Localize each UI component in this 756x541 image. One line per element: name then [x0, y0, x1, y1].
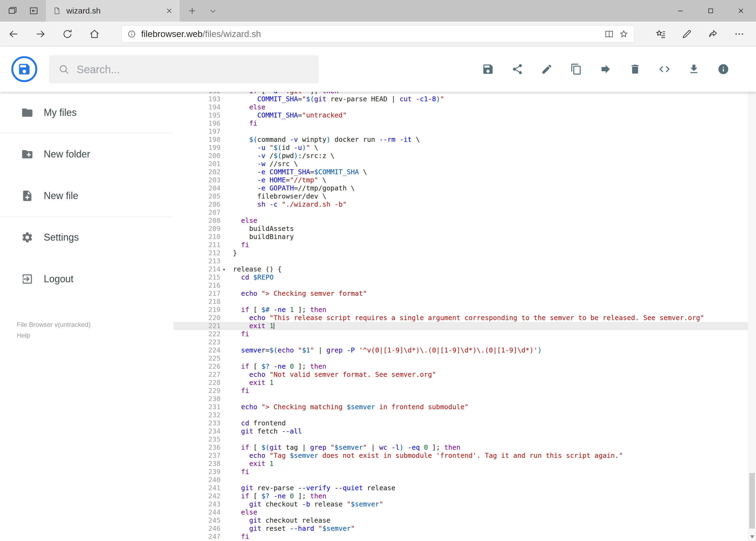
code-line-210[interactable]: 210 buildBinary [173, 233, 748, 241]
code-line-245[interactable]: 245 git checkout release [173, 516, 748, 525]
code-line-241[interactable]: 241 git rev-parse --verify --quiet relea… [173, 484, 748, 492]
scroll-down-arrow-icon[interactable] [750, 535, 754, 538]
code-line-212[interactable]: 212} [173, 249, 748, 257]
tab-preview-chevron-icon[interactable] [204, 0, 222, 22]
browser-tab[interactable]: wizard.sh [46, 0, 180, 22]
sidebar-item-my-files[interactable]: My files [0, 92, 173, 134]
sidebar-item-new-file[interactable]: New file [0, 175, 173, 217]
share-file-button[interactable] [511, 63, 524, 75]
vertical-scrollbar[interactable] [748, 46, 756, 541]
back-button[interactable] [0, 22, 27, 46]
rename-button[interactable] [541, 63, 553, 75]
help-link[interactable]: Help [17, 330, 173, 341]
code-line-234[interactable]: 234 git fetch --all [173, 427, 748, 435]
code-line-201[interactable]: 201 -w //src \ [173, 160, 748, 168]
code-line-209[interactable]: 209 buildAssets [173, 225, 748, 233]
code-line-206[interactable]: 206 sh -c "./wizard.sh -b" [173, 201, 748, 209]
save-button[interactable] [482, 63, 494, 75]
sidebar-item-logout[interactable]: Logout [0, 258, 173, 300]
forward-button[interactable] [27, 22, 54, 46]
code-line-222[interactable]: 222 fi [173, 330, 748, 338]
close-button[interactable] [726, 0, 756, 22]
code-line-192[interactable]: 192 if [ -d ".git" ]; then [173, 92, 748, 95]
hub-favorites-icon[interactable] [647, 22, 674, 46]
code-line-197[interactable]: 197 [173, 128, 748, 136]
code-line-224[interactable]: 224 semver=$(echo "$1" | grep -P '^v(0|[… [173, 346, 748, 354]
reading-view-icon[interactable] [604, 29, 614, 39]
code-line-205[interactable]: 205 filebrowser/dev \ [173, 192, 748, 201]
code-line-244[interactable]: 244 else [173, 508, 748, 516]
code-line-221[interactable]: 221 exit 1 [173, 322, 748, 330]
refresh-button[interactable] [54, 22, 81, 46]
code-line-235[interactable]: 235 [173, 435, 748, 443]
address-bar[interactable]: filebrowser.web/files/wizard.sh [122, 25, 634, 43]
share-icon[interactable] [700, 22, 726, 46]
code-line-213[interactable]: 213 [173, 257, 748, 265]
code-line-227[interactable]: 227 echo "Not valid semver format. See s… [173, 370, 748, 379]
code-line-242[interactable]: 242 if [ $? -ne 0 ]; then [173, 492, 748, 500]
search-box[interactable] [49, 56, 319, 83]
info-button[interactable] [717, 63, 730, 75]
code-line-200[interactable]: 200 -v /$(pwd):/src:z \ [173, 152, 748, 160]
code-line-198[interactable]: 198 $(command -v winpty) docker run --rm… [173, 136, 748, 144]
code-line-217[interactable]: 217 echo "> Checking semver format" [173, 289, 748, 297]
code-line-247[interactable]: 247 fi [173, 533, 748, 541]
code-line-215[interactable]: 215 cd $REPO [173, 273, 748, 281]
minimize-button[interactable] [665, 0, 695, 22]
code-line-226[interactable]: 226 if [ $? -ne 0 ]; then [173, 362, 748, 370]
code-editor[interactable]: 192 if [ -d ".git" ]; then193 COMMIT_SHA… [173, 92, 748, 541]
code-line-204[interactable]: 204 -e GOPATH=//tmp/gopath \ [173, 184, 748, 192]
home-button[interactable] [81, 22, 108, 46]
annotate-pen-icon[interactable] [674, 22, 700, 46]
code-line-216[interactable]: 216 [173, 281, 748, 289]
code-line-223[interactable]: 223 [173, 338, 748, 346]
code-line-211[interactable]: 211 fi [173, 241, 748, 249]
sidebar-item-settings[interactable]: Settings [0, 217, 173, 258]
scrollbar-thumb[interactable] [749, 473, 755, 529]
code-line-196[interactable]: 196 fi [173, 119, 748, 128]
code-line-232[interactable]: 232 [173, 411, 748, 419]
tab-close-icon[interactable] [166, 7, 173, 14]
code-line-203[interactable]: 203 -e HOME="//tmp" \ [173, 176, 748, 184]
code-line-195[interactable]: 195 COMMIT_SHA="untracked" [173, 111, 748, 119]
code-line-228[interactable]: 228 exit 1 [173, 379, 748, 387]
code-line-237[interactable]: 237 echo "Tag $semver does not exist in … [173, 452, 748, 460]
code-line-214[interactable]: 214▾release () { [173, 265, 748, 273]
code-line-219[interactable]: 219 if [ $# -ne 1 ]; then [173, 306, 748, 314]
code-line-231[interactable]: 231 echo "> Checking matching $semver in… [173, 403, 748, 411]
code-line-193[interactable]: 193 COMMIT_SHA="$(git rev-parse HEAD | c… [173, 95, 748, 103]
code-line-233[interactable]: 233 cd frontend [173, 419, 748, 427]
code-line-243[interactable]: 243 git checkout -b release "$semver" [173, 500, 748, 508]
code-line-199[interactable]: 199 -u "$(id -u)" \ [173, 144, 748, 152]
code-line-225[interactable]: 225 [173, 354, 748, 362]
code-line-208[interactable]: 208 else [173, 217, 748, 225]
new-tab-button[interactable] [182, 0, 202, 22]
maximize-button[interactable] [695, 0, 726, 22]
delete-button[interactable] [629, 63, 641, 75]
code-line-218[interactable]: 218 [173, 297, 748, 306]
code-line-220[interactable]: 220 echo "This release script requires a… [173, 314, 748, 322]
code-line-207[interactable]: 207 [173, 209, 748, 217]
set-tabs-aside-icon[interactable] [29, 6, 39, 16]
code-line-238[interactable]: 238 exit 1 [173, 460, 748, 468]
code-line-202[interactable]: 202 -e COMMIT_SHA=$COMMIT_SHA \ [173, 168, 748, 176]
code-line-229[interactable]: 229 fi [173, 387, 748, 395]
file-browser-logo[interactable] [11, 56, 37, 82]
code-line-236[interactable]: 236 if [ $(git tag | grep "$semver" | wc… [173, 443, 748, 452]
code-view-button[interactable] [658, 63, 671, 75]
fold-marker-icon[interactable]: ▾ [220, 265, 227, 273]
move-button[interactable] [600, 63, 612, 75]
copy-button[interactable] [570, 63, 583, 75]
site-info-icon[interactable] [127, 29, 136, 39]
code-line-239[interactable]: 239 fi [173, 468, 748, 476]
more-menu-icon[interactable] [726, 22, 752, 46]
sidebar-item-new-folder[interactable]: New folder [0, 134, 173, 175]
search-input[interactable] [77, 64, 315, 76]
code-line-240[interactable]: 240 [173, 476, 748, 484]
show-tab-previews-icon[interactable] [8, 6, 18, 16]
favorite-star-icon[interactable] [619, 29, 629, 39]
download-button[interactable] [688, 63, 700, 75]
code-line-194[interactable]: 194 else [173, 103, 748, 111]
code-line-230[interactable]: 230 [173, 395, 748, 403]
code-line-246[interactable]: 246 git reset --hard "$semver" [173, 525, 748, 533]
